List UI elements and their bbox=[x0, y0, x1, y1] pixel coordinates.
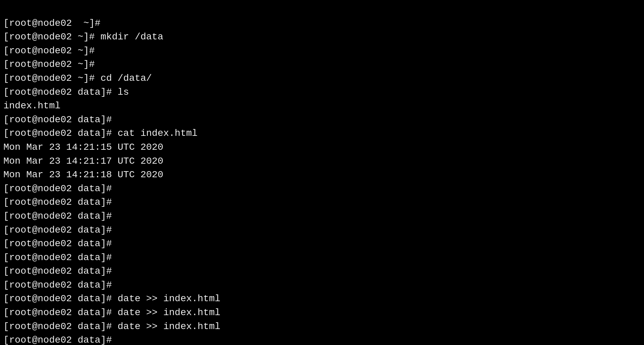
terminal-line: [root@node02 data]# bbox=[3, 237, 641, 251]
terminal-line: [root@node02 data]# bbox=[3, 278, 641, 292]
terminal-line: [root@node02 data]# bbox=[3, 210, 641, 223]
terminal-line: [root@node02 data]# bbox=[3, 182, 641, 196]
terminal-line: [root@node02 data]# date >> index.html bbox=[3, 306, 641, 320]
terminal-line: [root@node02 data]# bbox=[3, 333, 641, 345]
terminal-line: [root@node02 data]# bbox=[3, 223, 641, 237]
terminal-line: [root@node02 data]# bbox=[3, 265, 641, 278]
terminal-line: [root@node02 data]# bbox=[3, 113, 641, 127]
terminal-line: index.html bbox=[3, 99, 641, 113]
terminal-line: [root@node02 ~]# mkdir /data bbox=[3, 30, 641, 44]
terminal-line: [root@node02 data]# bbox=[3, 196, 641, 210]
terminal-line: [root@node02 data]# date >> index.html bbox=[3, 320, 641, 334]
terminal-line: [root@node02 ~]# bbox=[3, 17, 641, 31]
terminal-line: Mon Mar 23 14:21:15 UTC 2020 bbox=[3, 141, 641, 155]
terminal-line: Mon Mar 23 14:21:18 UTC 2020 bbox=[3, 168, 641, 182]
terminal-line: [root@node02 ~]# bbox=[3, 58, 641, 72]
terminal-line: [root@node02 ~]# cd /data/ bbox=[3, 72, 641, 86]
terminal-line: [root@node02 data]# cat index.html bbox=[3, 127, 641, 141]
terminal-line: [root@node02 ~]# bbox=[3, 44, 641, 58]
terminal-line: Mon Mar 23 14:21:17 UTC 2020 bbox=[3, 155, 641, 168]
terminal-line: [root@node02 data]# bbox=[3, 251, 641, 265]
terminal-line: [root@node02 data]# date >> index.html bbox=[3, 292, 641, 306]
terminal-window[interactable]: [root@node02 ~]#[root@node02 ~]# mkdir /… bbox=[0, 0, 644, 345]
terminal-line: [root@node02 data]# ls bbox=[3, 86, 641, 99]
